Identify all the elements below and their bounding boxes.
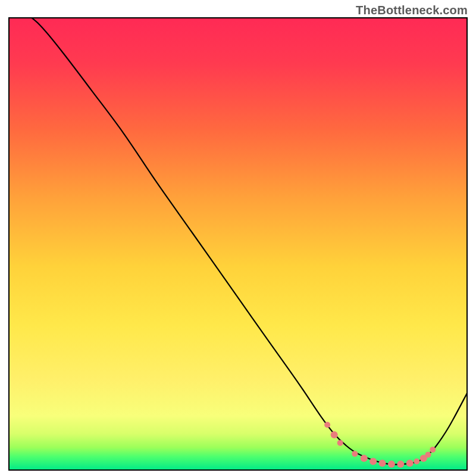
chart-background	[9, 18, 467, 470]
highlight-point	[414, 459, 419, 465]
chart-container: TheBottleneck.com	[0, 0, 476, 476]
highlight-point	[352, 451, 358, 457]
highlight-point	[379, 460, 386, 467]
highlight-point	[361, 455, 368, 462]
highlight-point	[331, 431, 338, 439]
highlight-point	[406, 460, 414, 467]
watermark-text: TheBottleneck.com	[356, 4, 468, 17]
highlight-point	[425, 452, 431, 458]
highlight-point	[324, 422, 330, 428]
highlight-point	[369, 458, 377, 465]
highlight-point	[337, 440, 343, 446]
highlight-point	[397, 461, 404, 468]
highlight-point	[430, 447, 436, 453]
chart-svg	[0, 0, 476, 476]
highlight-point	[388, 461, 395, 468]
